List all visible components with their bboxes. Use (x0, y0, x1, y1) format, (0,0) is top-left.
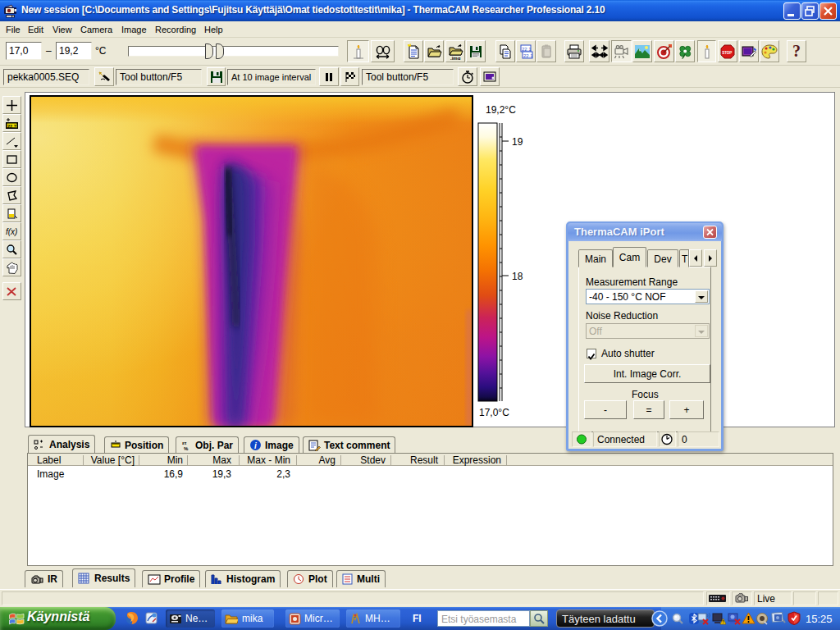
svg-text:18: 18 (512, 271, 523, 282)
svg-text:!: ! (723, 619, 724, 624)
svg-text:i: i (254, 441, 257, 450)
svg-text:22.7: 22.7 (7, 124, 16, 129)
svg-text:19: 19 (512, 136, 523, 148)
svg-text:22.1: 22.1 (523, 52, 533, 57)
svg-text:.img: .img (450, 55, 461, 60)
svg-text:%: % (184, 446, 189, 451)
svg-text:STOP: STOP (722, 50, 732, 54)
svg-text:ετ: ετ (182, 441, 187, 445)
svg-text:f(x): f(x) (6, 227, 17, 236)
svg-text:22.1: 22.1 (522, 46, 532, 51)
